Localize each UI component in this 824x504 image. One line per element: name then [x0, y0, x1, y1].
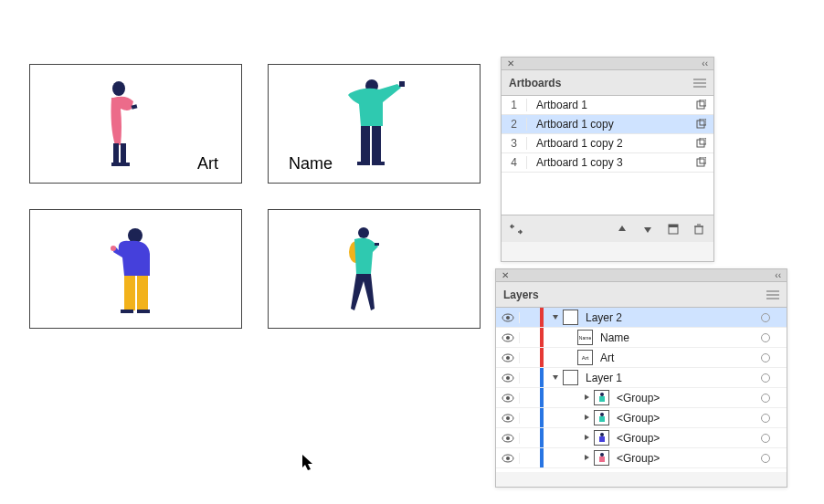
layer-row[interactable]: ArtArt [496, 348, 787, 368]
target-icon[interactable] [754, 454, 777, 463]
artboard-row[interactable]: 4Artboard 1 copy 3 [502, 153, 713, 173]
layer-disclosure[interactable]: Art [544, 350, 595, 365]
svg-point-43 [506, 336, 510, 340]
rearrange-icon[interactable] [509, 222, 523, 236]
visibility-toggle[interactable] [496, 312, 520, 323]
target-icon[interactable] [754, 313, 777, 322]
svg-rect-4 [121, 163, 130, 166]
collapse-icon[interactable]: ‹‹ [702, 58, 708, 68]
artboards-panel-header[interactable]: ✕ ‹‹ [502, 58, 713, 70]
artboard-1[interactable]: Art [29, 64, 242, 184]
artboard-options-icon[interactable] [688, 138, 713, 149]
layers-tab[interactable]: Layers [503, 289, 539, 301]
artboard-row[interactable]: 3Artboard 1 copy 2 [502, 134, 713, 153]
chevron-down-icon[interactable] [550, 373, 561, 383]
layer-thumbnail [594, 450, 609, 466]
layer-disclosure[interactable] [544, 310, 580, 325]
artboard-name[interactable]: Artboard 1 copy 2 [527, 137, 688, 150]
layer-name[interactable]: <Group> [611, 432, 754, 445]
target-icon[interactable] [754, 373, 777, 383]
visibility-toggle[interactable] [496, 332, 520, 343]
chevron-right-icon[interactable] [581, 393, 592, 404]
close-icon[interactable]: ✕ [502, 270, 509, 280]
layer-disclosure[interactable] [544, 370, 580, 385]
panel-menu-icon[interactable] [693, 79, 706, 88]
layer-row[interactable]: <Group> [496, 388, 787, 408]
svg-rect-8 [372, 126, 381, 163]
svg-point-41 [506, 316, 510, 320]
visibility-toggle[interactable] [496, 413, 520, 424]
artboard-row[interactable]: 1Artboard 1 [502, 96, 713, 115]
layer-name[interactable]: Art [595, 352, 754, 364]
visibility-toggle[interactable] [496, 433, 520, 444]
artboard-options-icon[interactable] [688, 119, 713, 130]
layer-thumbnail [563, 310, 578, 325]
layer-row[interactable]: Layer 2 [496, 308, 787, 328]
artboards-tab[interactable]: Artboards [509, 77, 561, 89]
layer-row[interactable]: Layer 1 [496, 368, 787, 388]
layer-name[interactable]: Layer 2 [580, 311, 754, 324]
collapse-icon[interactable]: ‹‹ [775, 270, 781, 280]
artboard-row[interactable]: 2Artboard 1 copy [502, 115, 713, 134]
layer-thumbnail [594, 410, 609, 425]
layers-list: Layer 2NameNameArtArtLayer 1<Group><Grou… [496, 308, 787, 472]
chevron-down-icon[interactable] [550, 312, 561, 323]
svg-point-57 [506, 436, 510, 440]
close-icon[interactable]: ✕ [507, 58, 514, 68]
artboard-1-text[interactable]: Art [197, 154, 218, 173]
svg-rect-10 [372, 162, 385, 165]
layer-disclosure[interactable]: Name [544, 330, 595, 345]
move-down-icon[interactable] [640, 222, 655, 236]
svg-rect-3 [111, 163, 121, 166]
layer-name[interactable]: Layer 1 [580, 372, 754, 384]
chevron-right-icon[interactable] [581, 453, 592, 464]
target-icon[interactable] [754, 414, 777, 423]
visibility-toggle[interactable] [496, 393, 520, 404]
layer-disclosure[interactable] [544, 410, 611, 425]
target-icon[interactable] [754, 394, 777, 403]
visibility-toggle[interactable] [496, 373, 520, 383]
chevron-right-icon[interactable] [581, 413, 592, 424]
layer-name[interactable]: Name [595, 331, 754, 344]
artboards-list: 1Artboard 12Artboard 1 copy3Artboard 1 c… [502, 96, 713, 215]
artboard-2[interactable]: Name [268, 64, 481, 184]
artboard-3[interactable] [29, 209, 242, 329]
svg-point-45 [506, 356, 510, 360]
target-icon[interactable] [754, 333, 777, 342]
figure-person-3 [30, 210, 243, 330]
target-icon[interactable] [754, 434, 777, 443]
visibility-toggle[interactable] [496, 352, 520, 363]
panel-menu-icon[interactable] [766, 290, 779, 299]
artboard-options-icon[interactable] [688, 100, 713, 110]
layer-name[interactable]: <Group> [611, 412, 754, 425]
svg-point-61 [506, 457, 510, 460]
layers-panel-header[interactable]: ✕ ‹‹ [496, 269, 787, 282]
artboard-name[interactable]: Artboard 1 [527, 99, 688, 111]
artboard-name[interactable]: Artboard 1 copy [527, 118, 688, 131]
layer-disclosure[interactable] [544, 430, 611, 446]
svg-point-17 [111, 246, 116, 251]
new-artboard-icon[interactable] [666, 222, 681, 236]
layer-row[interactable]: <Group> [496, 428, 787, 448]
svg-point-49 [506, 396, 510, 400]
layer-row[interactable]: <Group> [496, 448, 787, 468]
target-icon[interactable] [754, 353, 777, 362]
chevron-right-icon[interactable] [581, 433, 592, 444]
layer-thumbnail: Name [577, 330, 593, 345]
delete-icon[interactable] [692, 222, 706, 236]
layer-disclosure[interactable] [544, 450, 611, 466]
layer-row[interactable]: NameName [496, 328, 787, 348]
artboard-4[interactable] [268, 209, 481, 329]
svg-rect-5 [132, 104, 138, 109]
visibility-toggle[interactable] [496, 453, 520, 464]
layer-name[interactable]: <Group> [611, 452, 754, 465]
artboard-name[interactable]: Artboard 1 copy 3 [527, 156, 688, 169]
move-up-icon[interactable] [615, 222, 629, 236]
artboard-2-text[interactable]: Name [289, 154, 333, 173]
layer-disclosure[interactable] [544, 390, 611, 405]
svg-rect-51 [599, 396, 605, 402]
layer-row[interactable]: <Group> [496, 408, 787, 428]
layer-name[interactable]: <Group> [611, 392, 754, 404]
artboard-options-icon[interactable] [688, 157, 713, 168]
svg-point-0 [112, 81, 125, 96]
